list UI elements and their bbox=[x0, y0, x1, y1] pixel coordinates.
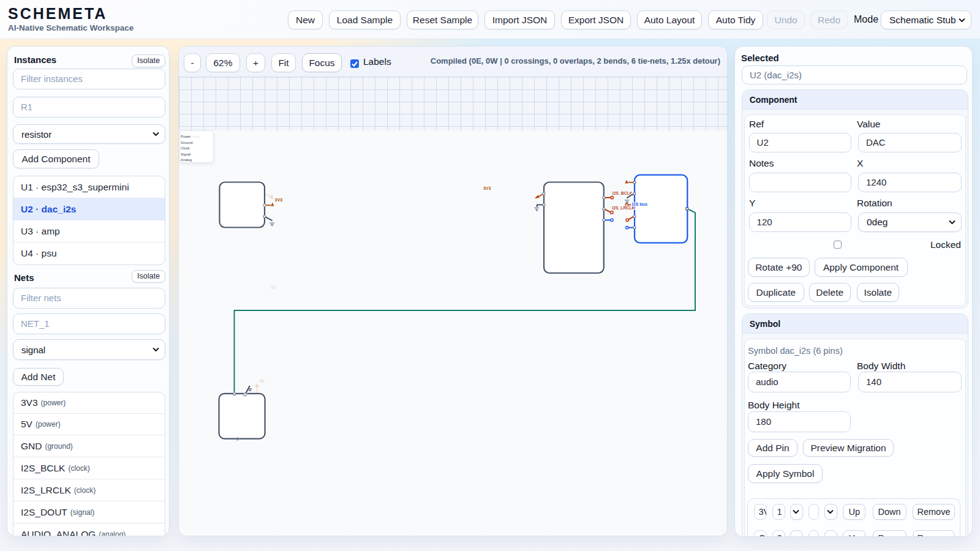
svg-text:I2S_LRCLK: I2S_LRCLK bbox=[612, 206, 635, 210]
svg-text:3V3: 3V3 bbox=[275, 198, 283, 202]
svg-text:5V: 5V bbox=[260, 379, 265, 383]
svg-text:I2S_BCLK: I2S_BCLK bbox=[612, 191, 633, 195]
svg-text:5V: 5V bbox=[271, 285, 277, 290]
svg-text:3V3: 3V3 bbox=[483, 186, 491, 190]
